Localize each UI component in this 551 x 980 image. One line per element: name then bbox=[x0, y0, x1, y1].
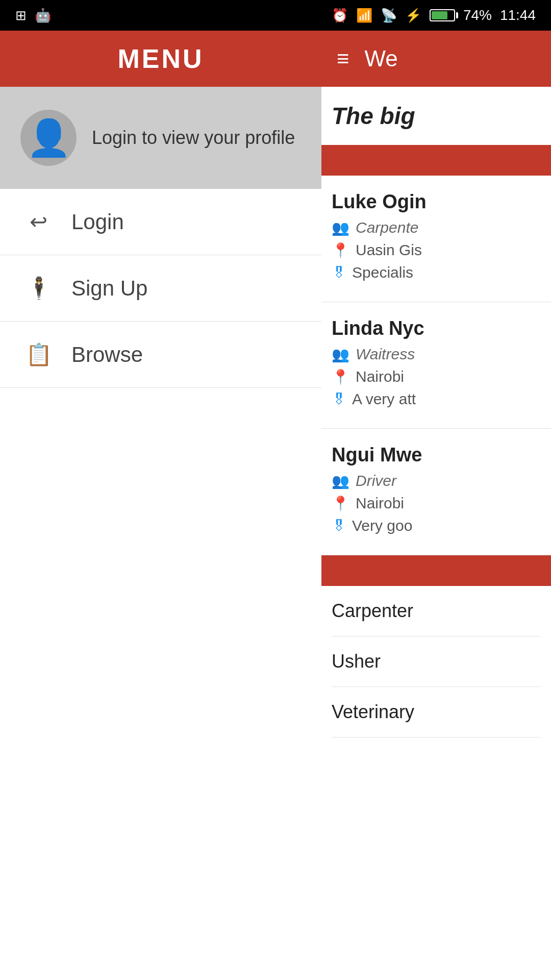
badge-icon-luke: 🎖 bbox=[332, 264, 346, 281]
worker-name-ngui: Ngui Mwe bbox=[332, 444, 541, 466]
battery-percent: 74% bbox=[463, 7, 492, 23]
worker-job-text-linda: Waitress bbox=[356, 346, 415, 363]
flash-icon: ⚡ bbox=[405, 8, 421, 23]
avatar: 👤 bbox=[20, 110, 77, 166]
worker-name-linda: Linda Nyc bbox=[332, 317, 541, 339]
red-separator-2 bbox=[321, 555, 551, 586]
location-icon-linda: 📍 bbox=[332, 369, 349, 385]
alarm-icon: ⏰ bbox=[332, 8, 348, 23]
worker-card-ngui[interactable]: Ngui Mwe 👥 Driver 📍 Nairobi 🎖 Very goo bbox=[321, 429, 551, 555]
battery-icon bbox=[430, 9, 455, 21]
big-text-section: The big bbox=[321, 87, 551, 145]
profile-section[interactable]: 👤 Login to view your profile bbox=[0, 87, 321, 189]
robot-icon: 🤖 bbox=[35, 8, 51, 23]
avatar-placeholder-icon: 👤 bbox=[27, 117, 71, 159]
location-icon-luke: 📍 bbox=[332, 242, 349, 259]
worker-name-luke: Luke Ogin bbox=[332, 191, 541, 213]
worker-job-luke: 👥 Carpente bbox=[332, 219, 541, 236]
battery-container bbox=[430, 9, 455, 21]
content-header-title: We bbox=[365, 46, 398, 71]
menu-item-browse[interactable]: 📋 Browse bbox=[0, 322, 321, 388]
worker-desc-ngui: 🎖 Very goo bbox=[332, 517, 541, 534]
menu-header: MENU bbox=[0, 31, 321, 87]
status-bar-right-info: ⏰ 📶 📡 ⚡ 74% 11:44 bbox=[332, 7, 536, 23]
login-prompt-text: Login to view your profile bbox=[92, 127, 295, 149]
status-bar: ⊞ 🤖 ⏰ 📶 📡 ⚡ 74% 11:44 bbox=[0, 0, 551, 31]
worker-job-text-luke: Carpente bbox=[356, 219, 418, 236]
category-item-carpenter[interactable]: Carpenter bbox=[332, 586, 541, 636]
worker-location-linda: 📍 Nairobi bbox=[332, 368, 541, 385]
main-layout: MENU 👤 Login to view your profile ↩ Logi… bbox=[0, 31, 551, 980]
job-icon-luke: 👥 bbox=[332, 219, 349, 236]
worker-card-linda[interactable]: Linda Nyc 👥 Waitress 📍 Nairobi 🎖 A very … bbox=[321, 302, 551, 429]
worker-location-text-linda: Nairobi bbox=[356, 368, 404, 385]
big-text: The big bbox=[332, 103, 415, 129]
worker-desc-luke: 🎖 Specialis bbox=[332, 264, 541, 281]
worker-location-luke: 📍 Uasin Gis bbox=[332, 241, 541, 259]
worker-desc-text-luke: Specialis bbox=[352, 264, 413, 281]
signup-label: Sign Up bbox=[71, 276, 147, 301]
signal-icon: 📡 bbox=[381, 8, 397, 23]
worker-location-text-luke: Uasin Gis bbox=[356, 241, 422, 259]
hamburger-icon[interactable]: ≡ bbox=[337, 48, 349, 69]
badge-icon-ngui: 🎖 bbox=[332, 518, 346, 534]
status-bar-left-icons: ⊞ 🤖 bbox=[15, 8, 51, 23]
login-label: Login bbox=[71, 210, 124, 234]
category-item-veterinary[interactable]: Veterinary bbox=[332, 687, 541, 738]
job-icon-ngui: 👥 bbox=[332, 473, 349, 489]
time-display: 11:44 bbox=[500, 7, 536, 23]
worker-location-ngui: 📍 Nairobi bbox=[332, 495, 541, 512]
worker-location-text-ngui: Nairobi bbox=[356, 495, 404, 512]
job-icon-linda: 👥 bbox=[332, 346, 349, 363]
wifi-icon: 📶 bbox=[356, 8, 372, 23]
location-icon-ngui: 📍 bbox=[332, 495, 349, 512]
content-area: The big Luke Ogin 👥 Carpente 📍 Uasin Gis… bbox=[321, 87, 551, 738]
browse-icon: 📋 bbox=[26, 342, 51, 367]
worker-desc-text-linda: A very att bbox=[352, 390, 416, 408]
image-icon: ⊞ bbox=[15, 8, 27, 23]
category-item-usher[interactable]: Usher bbox=[332, 636, 541, 687]
signup-icon: 🕴 bbox=[26, 276, 51, 301]
worker-job-text-ngui: Driver bbox=[356, 472, 396, 489]
badge-icon-linda: 🎖 bbox=[332, 391, 346, 408]
login-icon: ↩ bbox=[26, 209, 51, 234]
worker-job-linda: 👥 Waitress bbox=[332, 346, 541, 363]
browse-label: Browse bbox=[71, 342, 143, 367]
menu-items-list: ↩ Login 🕴 Sign Up 📋 Browse bbox=[0, 189, 321, 980]
content-header: ≡ We bbox=[321, 31, 551, 87]
red-separator-1 bbox=[321, 145, 551, 176]
worker-desc-text-ngui: Very goo bbox=[352, 517, 412, 534]
worker-desc-linda: 🎖 A very att bbox=[332, 390, 541, 408]
worker-job-ngui: 👥 Driver bbox=[332, 472, 541, 489]
category-list: Carpenter Usher Veterinary bbox=[321, 586, 551, 738]
content-panel: ≡ We The big Luke Ogin 👥 Carpente 📍 Uasi… bbox=[321, 31, 551, 980]
battery-fill bbox=[432, 11, 447, 19]
menu-panel: MENU 👤 Login to view your profile ↩ Logi… bbox=[0, 31, 321, 980]
menu-item-signup[interactable]: 🕴 Sign Up bbox=[0, 255, 321, 322]
menu-title: MENU bbox=[117, 43, 204, 74]
worker-card-luke[interactable]: Luke Ogin 👥 Carpente 📍 Uasin Gis 🎖 Speci… bbox=[321, 176, 551, 302]
menu-item-login[interactable]: ↩ Login bbox=[0, 189, 321, 255]
